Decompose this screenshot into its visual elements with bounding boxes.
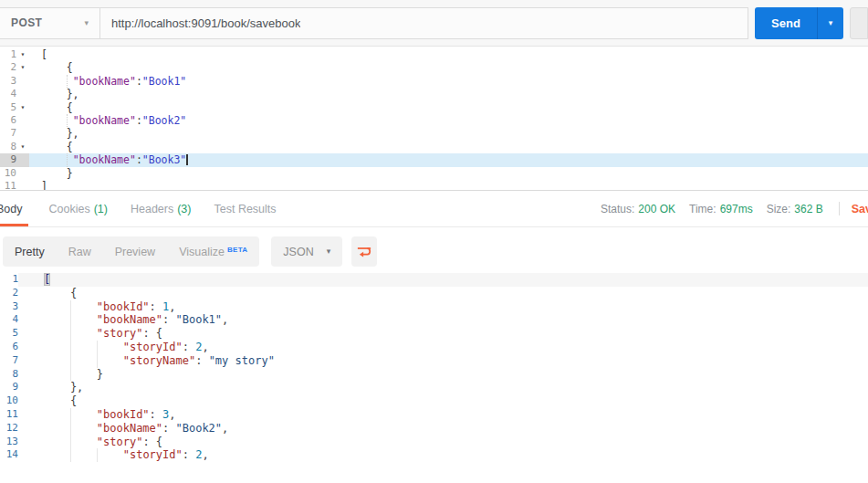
save-response-button[interactable]: Save Response: [852, 203, 868, 215]
save-request-button[interactable]: [850, 7, 868, 39]
send-label: Send: [771, 16, 800, 30]
line-number: 6: [0, 114, 16, 127]
gutter: 7: [0, 354, 18, 368]
indent-guide: [67, 75, 68, 88]
code-line[interactable]: 7 "storyName": "my story": [0, 354, 868, 368]
gutter: 1: [0, 273, 18, 287]
line-number: 7: [0, 354, 18, 368]
request-bar: POST ▾ http://localhost:9091/book/savebo…: [0, 0, 868, 47]
fold-arrow-icon[interactable]: ▾: [16, 48, 29, 61]
gutter: 11: [0, 180, 29, 191]
indent-guide: [70, 408, 71, 422]
fold-arrow-icon[interactable]: ▾: [16, 141, 29, 153]
code-line[interactable]: 5 "story": {: [0, 327, 868, 341]
response-view-toolbar: Pretty Raw Preview VisualizeBETA JSON ▾: [0, 227, 868, 270]
line-number: 3: [0, 75, 16, 88]
gutter: 1▾: [0, 48, 29, 61]
fold-spacer: [16, 88, 29, 100]
status-badge: Status: 200 OK: [601, 203, 675, 215]
view-mode-group: Pretty Raw Preview VisualizeBETA: [3, 236, 259, 267]
send-button[interactable]: Send: [755, 7, 817, 39]
method-select[interactable]: POST ▾: [0, 8, 100, 38]
line-number: 4: [0, 313, 18, 327]
code-line[interactable]: 11]: [0, 180, 868, 191]
code-line[interactable]: 9 "bookName":"Book3": [0, 153, 868, 166]
code-line[interactable]: 4 },: [0, 88, 868, 100]
tab-body[interactable]: Body: [0, 191, 28, 226]
indent-guide: [70, 448, 71, 462]
code-line[interactable]: 8 }: [0, 368, 868, 382]
code-line[interactable]: 8▾ {: [0, 141, 868, 153]
line-number: 2: [0, 287, 18, 300]
code-line[interactable]: 1[: [0, 273, 868, 287]
response-tabs: Body Cookies (1) Headers (3) Test Result…: [0, 191, 298, 226]
gutter: 5▾: [0, 101, 29, 114]
code-line[interactable]: 13 "story": {: [0, 436, 868, 449]
line-number: 11: [0, 408, 18, 422]
code-line[interactable]: 3 "bookName":"Book1": [0, 75, 868, 88]
view-tab-pretty[interactable]: Pretty: [3, 246, 57, 258]
fold-spacer: [16, 180, 29, 191]
indent-guide: [70, 436, 71, 449]
line-number: 4: [0, 88, 16, 100]
postman-window: POST ▾ http://localhost:9091/book/savebo…: [0, 0, 868, 483]
code-line[interactable]: 10 {: [0, 394, 868, 408]
view-tab-visualize[interactable]: VisualizeBETA: [167, 246, 259, 258]
gutter: 11: [0, 408, 18, 422]
view-tab-preview[interactable]: Preview: [103, 246, 167, 258]
code-line[interactable]: 6 "bookName":"Book2": [0, 114, 868, 127]
gutter: 8▾: [0, 141, 29, 153]
indent-guide: [97, 354, 98, 368]
fold-spacer: [16, 75, 29, 88]
line-number: 10: [0, 167, 16, 180]
code-line[interactable]: 12 "bookName": "Book2",: [0, 422, 868, 436]
code-line[interactable]: 1▾[: [0, 48, 868, 61]
line-number: 5: [0, 327, 18, 341]
indent-guide: [97, 341, 98, 354]
code-line[interactable]: 6 "storyId": 2,: [0, 341, 868, 354]
divider: [839, 202, 840, 215]
code-line[interactable]: 2▾ {: [0, 61, 868, 74]
url-input[interactable]: http://localhost:9091/book/savebook: [100, 8, 748, 38]
code-line[interactable]: 14 "storyId": 2,: [0, 448, 868, 462]
gutter: 10: [0, 394, 18, 408]
gutter: 9: [0, 381, 18, 394]
fold-arrow-icon[interactable]: ▾: [16, 61, 29, 74]
code-line[interactable]: 10 }: [0, 167, 868, 180]
wrap-lines-button[interactable]: [351, 236, 377, 267]
indent-guide: [70, 313, 71, 327]
gutter: 4: [0, 313, 18, 327]
gutter: 13: [0, 436, 18, 449]
chevron-down-icon: ▾: [327, 247, 331, 256]
line-number: 1: [0, 273, 18, 287]
response-body-viewer[interactable]: 1[2 {3 "bookId": 1,4 "bookName": "Book1"…: [0, 270, 868, 462]
send-options-button[interactable]: ▾: [817, 7, 843, 39]
code-line[interactable]: 9 },: [0, 381, 868, 394]
indent-guide: [67, 114, 68, 127]
line-number: 14: [0, 448, 18, 462]
tab-test-results[interactable]: Test Results: [212, 191, 277, 226]
code-line[interactable]: 4 "bookName": "Book1",: [0, 313, 868, 327]
line-number: 9: [0, 153, 16, 166]
indent-guide: [67, 153, 68, 166]
tab-headers[interactable]: Headers (3): [129, 191, 193, 226]
code-line[interactable]: 5▾ {: [0, 101, 868, 114]
fold-spacer: [16, 114, 29, 127]
indent-guide: [70, 341, 71, 354]
beta-badge: BETA: [227, 246, 247, 254]
gutter: 5: [0, 327, 18, 341]
format-select[interactable]: JSON ▾: [271, 236, 342, 267]
time-badge: Time: 697ms: [689, 203, 753, 215]
line-number: 10: [0, 394, 18, 408]
gutter: 3: [0, 300, 18, 314]
gutter: 9: [0, 153, 29, 166]
fold-arrow-icon[interactable]: ▾: [16, 101, 29, 114]
request-body-editor[interactable]: 1▾[2▾ {3 "bookName":"Book1"4 },5▾ {6 "bo…: [0, 47, 868, 191]
code-line[interactable]: 11 "bookId": 3,: [0, 408, 868, 422]
gutter: 12: [0, 422, 18, 436]
code-line[interactable]: 3 "bookId": 1,: [0, 300, 868, 314]
code-line[interactable]: 7 },: [0, 127, 868, 140]
code-line[interactable]: 2 {: [0, 287, 868, 300]
view-tab-raw[interactable]: Raw: [57, 246, 103, 258]
tab-cookies[interactable]: Cookies (1): [47, 191, 110, 226]
